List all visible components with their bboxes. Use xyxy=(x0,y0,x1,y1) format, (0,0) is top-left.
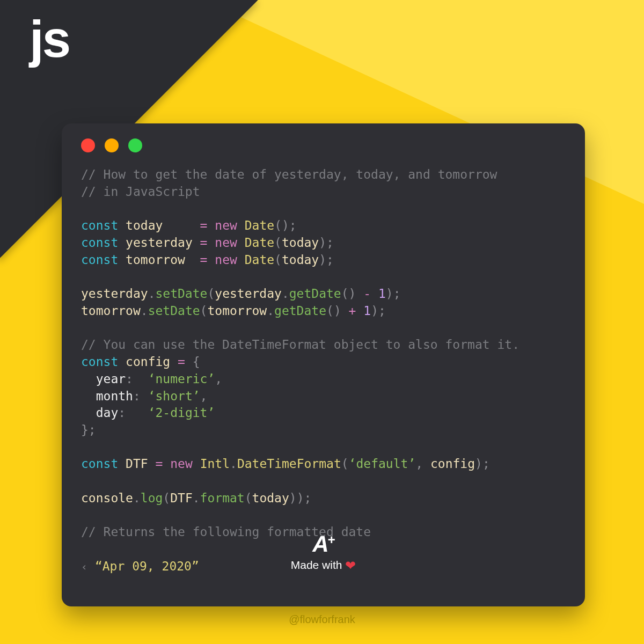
ident: yesterday xyxy=(81,287,148,301)
punc: ) xyxy=(297,491,304,505)
op: = xyxy=(200,236,208,250)
punc: ) xyxy=(334,304,341,318)
op: = xyxy=(156,457,163,471)
punc: { xyxy=(193,355,200,369)
method: format xyxy=(200,491,245,505)
keyword: const xyxy=(81,355,118,369)
footer-logo: A+ Made with ❤ xyxy=(62,531,585,573)
punc: ) xyxy=(289,491,297,505)
punc: ( xyxy=(163,491,170,505)
made-with-line: Made with ❤ xyxy=(62,558,585,573)
keyword: const xyxy=(81,236,118,250)
ident: tomorrow xyxy=(81,304,141,318)
punc: ; xyxy=(304,491,312,505)
keyword: const xyxy=(81,457,118,471)
ident: DTF xyxy=(126,457,148,471)
punc: ; xyxy=(89,423,96,437)
punc: ; xyxy=(289,218,297,232)
op: = xyxy=(200,253,208,267)
punc: ( xyxy=(326,304,334,318)
comment-line: // You can use the DateTimeFormat object… xyxy=(81,338,519,352)
punc: ( xyxy=(245,491,252,505)
punc: . xyxy=(193,491,200,505)
method: setDate xyxy=(155,287,207,301)
punc: ( xyxy=(200,304,208,318)
punc: ; xyxy=(378,304,386,318)
aplus-logo: A+ xyxy=(62,531,585,557)
author-handle: @flowforfrank xyxy=(0,613,644,626)
code-window: // How to get the date of yesterday, tod… xyxy=(62,123,585,606)
punc: ; xyxy=(393,287,401,301)
op: - xyxy=(363,287,371,301)
op: = xyxy=(178,355,185,369)
punc: . xyxy=(141,304,148,318)
ident: today xyxy=(282,236,319,250)
punc: ( xyxy=(341,287,349,301)
ident: today xyxy=(282,253,319,267)
js-logo-text: js xyxy=(30,10,69,69)
ident: today xyxy=(126,218,163,232)
traffic-lights xyxy=(81,138,566,152)
keyword: new xyxy=(215,253,237,267)
ident: config xyxy=(430,457,475,471)
prop: day xyxy=(96,406,119,420)
logo-a: A xyxy=(312,531,327,557)
punc: ( xyxy=(207,287,215,301)
string: ‘2-digit’ xyxy=(148,406,215,420)
punc: . xyxy=(230,457,237,471)
type: Date xyxy=(245,236,274,250)
punc: . xyxy=(267,304,274,318)
comment-line: // How to get the date of yesterday, tod… xyxy=(81,167,497,181)
heart-icon: ❤ xyxy=(345,558,356,573)
op: = xyxy=(200,218,208,232)
type: DateTimeFormat xyxy=(237,457,341,471)
ident: console xyxy=(81,491,133,505)
ident: today xyxy=(252,491,289,505)
ident: tomorrow xyxy=(207,304,267,318)
punc: : xyxy=(133,389,141,403)
keyword: const xyxy=(81,253,118,267)
code-block: // How to get the date of yesterday, tod… xyxy=(81,166,566,575)
punc: , xyxy=(215,372,222,386)
number: 1 xyxy=(378,287,386,301)
punc: ) xyxy=(386,287,393,301)
punc: ) xyxy=(282,218,289,232)
method: log xyxy=(141,491,163,505)
punc: . xyxy=(148,287,156,301)
punc: } xyxy=(81,423,89,437)
punc: ) xyxy=(319,236,326,250)
close-icon[interactable] xyxy=(81,138,95,152)
zoom-icon[interactable] xyxy=(128,138,142,152)
punc: . xyxy=(282,287,289,301)
type: Date xyxy=(245,253,274,267)
punc: ; xyxy=(326,253,334,267)
string: ‘default’ xyxy=(349,457,416,471)
punc: ( xyxy=(274,236,282,250)
punc: , xyxy=(415,457,423,471)
punc: , xyxy=(200,389,208,403)
made-with-text: Made with xyxy=(291,559,342,571)
number: 1 xyxy=(363,304,371,318)
op: + xyxy=(349,304,356,318)
keyword: new xyxy=(215,236,237,250)
ident: DTF xyxy=(170,491,193,505)
punc: ) xyxy=(371,304,378,318)
prop: year xyxy=(96,372,126,386)
punc: ( xyxy=(341,457,349,471)
comment-line: // in JavaScript xyxy=(81,185,200,199)
minimize-icon[interactable] xyxy=(105,138,119,152)
ident: tomorrow xyxy=(126,253,185,267)
keyword: new xyxy=(170,457,193,471)
punc: ) xyxy=(349,287,356,301)
string: ‘short’ xyxy=(148,389,200,403)
punc: ( xyxy=(274,253,282,267)
punc: . xyxy=(133,491,141,505)
type: Intl xyxy=(200,457,230,471)
punc: ; xyxy=(326,236,334,250)
punc: ) xyxy=(319,253,326,267)
keyword: new xyxy=(215,218,237,232)
string: ‘numeric’ xyxy=(148,372,215,386)
punc: ) xyxy=(475,457,482,471)
keyword: const xyxy=(81,218,118,232)
method: getDate xyxy=(274,304,326,318)
